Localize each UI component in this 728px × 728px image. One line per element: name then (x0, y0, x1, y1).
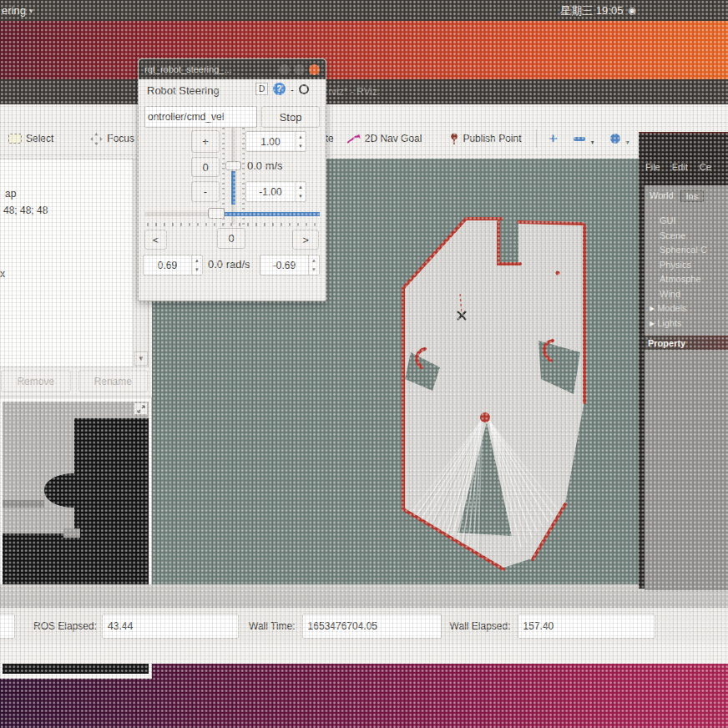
help-icon[interactable]: ? (273, 83, 286, 95)
spin-down-icon[interactable]: ▼ (309, 265, 319, 276)
close-button[interactable] (309, 64, 320, 75)
linear-min-spinbox[interactable]: -1.00 ▲▼ (245, 181, 306, 202)
wall-elapsed-label: Wall Elapsed: (450, 620, 511, 632)
spin-down-icon[interactable]: ▼ (192, 265, 202, 276)
slider-fill (216, 212, 320, 216)
spin-up-icon[interactable]: ▲ (296, 132, 306, 142)
spin-up-icon[interactable]: ▲ (192, 255, 202, 265)
publish-point-tool[interactable]: Publish Point (442, 126, 529, 151)
minimize-button[interactable] (279, 64, 290, 75)
displays-item-map[interactable]: ap (5, 188, 16, 200)
angular-zero-button[interactable]: 0 (217, 228, 245, 249)
ros-elapsed-value: 43.44 (108, 620, 133, 632)
publish-point-icon (450, 133, 458, 145)
linear-zero-button[interactable]: 0 (191, 157, 220, 177)
rviz-menubar[interactable] (0, 104, 728, 123)
tree-item-label: Models (657, 301, 686, 316)
panel-expand-button[interactable] (134, 402, 148, 415)
angular-velocity-slider[interactable] (144, 206, 320, 221)
tool-options-icon (610, 134, 620, 144)
tree-item-lights[interactable]: ▶Lights (650, 316, 707, 331)
displays-item-background-color[interactable]: 48; 48; 48 (3, 205, 48, 216)
tree-item-spherical-coordinates[interactable]: Spherical C (650, 243, 707, 258)
stop-button[interactable]: Stop (261, 106, 320, 128)
scroll-down-button[interactable]: ▼ (134, 351, 148, 366)
spin-up-icon[interactable]: ▲ (296, 182, 306, 192)
tool-options-button[interactable]: ▾ (602, 126, 637, 151)
spin-up-icon[interactable]: ▲ (309, 255, 319, 265)
linear-max-spinbox[interactable]: 1.00 ▲▼ (245, 131, 306, 152)
gazebo-menu-camera[interactable]: Ce (700, 162, 711, 172)
volume-icon[interactable]: ◉ (628, 5, 636, 16)
pose-estimate-label: te (326, 133, 334, 144)
wallpaper-gradient-top (0, 21, 728, 79)
linear-plus-button[interactable]: + (191, 130, 220, 153)
toolbar-separator (536, 129, 537, 148)
rename-display-button[interactable]: Rename (78, 370, 149, 392)
tree-item-label: Atmosphe (660, 272, 701, 287)
displays-item-x[interactable]: x (0, 268, 5, 280)
active-app-title[interactable]: ering (2, 4, 26, 17)
spinbox-arrows[interactable]: ▲▼ (191, 255, 202, 275)
spinbox-arrows[interactable]: ▲▼ (295, 132, 306, 151)
angular-min-spinbox[interactable]: -0.69 ▲▼ (260, 255, 320, 276)
tool-options-caret-icon: ▾ (625, 139, 629, 146)
spin-down-icon[interactable]: ▼ (296, 142, 306, 152)
nav-goal-tool[interactable]: 2D Nav Goal (337, 126, 431, 151)
slider-handle[interactable] (225, 161, 241, 170)
plugin-minimize-icon[interactable]: - (291, 84, 294, 96)
tab-insert[interactable]: Ins (680, 190, 705, 202)
focus-camera-icon (90, 133, 103, 145)
rviz-titlebar[interactable]: rviz* - RViz (0, 79, 728, 104)
linear-minus-button[interactable]: - (191, 181, 220, 202)
maximize-button[interactable] (294, 64, 305, 75)
time-panel: ROS Elapsed: 43.44 Wall Time: 1653476704… (0, 608, 728, 645)
spinbox-arrows[interactable]: ▲▼ (295, 182, 306, 201)
nav-goal-label: 2D Nav Goal (365, 133, 422, 144)
angular-right-button[interactable]: > (292, 230, 319, 250)
spinbox-arrows[interactable]: ▲▼ (308, 255, 319, 275)
angular-left-button[interactable]: < (144, 230, 167, 250)
plugin-d-icon[interactable]: D (255, 83, 268, 95)
tree-item-label: Wind (660, 287, 680, 302)
remove-display-button[interactable]: Remove (1, 370, 71, 392)
displays-buttons-row: Remove Rename (0, 368, 149, 394)
ros-elapsed-field[interactable]: 43.44 (102, 614, 239, 639)
rviz-window: rviz* - RViz Select Focus Cam te 2D Nav … (0, 79, 728, 664)
select-tool-label: Select (26, 133, 53, 144)
nav-goal-icon (346, 133, 361, 144)
tree-item-scene[interactable]: Scene (650, 229, 707, 244)
wall-time-label: Wall Time: (249, 620, 296, 632)
expand-arrow-icon[interactable]: ▶ (650, 316, 655, 331)
tree-item-models[interactable]: ▶Models (650, 301, 707, 316)
gazebo-menu-file[interactable]: File (645, 162, 660, 172)
property-header[interactable]: Property (645, 336, 728, 350)
desktop: rviz* - RViz Select Focus Cam te 2D Nav … (0, 0, 728, 728)
tree-item-wind[interactable]: Wind (650, 287, 707, 302)
expand-arrow-icon[interactable]: ▶ (650, 301, 655, 316)
clock[interactable]: 星期三 19:05 (560, 3, 623, 18)
remove-tool-button[interactable]: ▾ (565, 126, 602, 151)
tab-world[interactable]: World (650, 190, 674, 202)
plugin-close-icon[interactable] (299, 84, 309, 94)
expand-icon (137, 405, 145, 413)
topic-value: ontroller/cmd_vel (148, 111, 224, 123)
tree-item-physics[interactable]: Physics (650, 258, 707, 273)
angular-max-spinbox[interactable]: 0.69 ▲▼ (143, 255, 203, 276)
wall-elapsed-field[interactable]: 157.40 (518, 614, 655, 639)
remove-tool-caret-icon: ▾ (590, 139, 594, 146)
tree-item-gui[interactable]: GUI (650, 214, 707, 229)
spin-down-icon[interactable]: ▼ (296, 192, 306, 202)
steering-titlebar[interactable]: rqt_robot_steering_... (139, 59, 326, 79)
slider-handle[interactable] (208, 208, 225, 219)
spinbox-value: -0.69 (260, 255, 308, 275)
time-field-partial[interactable] (0, 614, 15, 639)
add-tool-button[interactable]: + (540, 126, 565, 151)
gazebo-menu-edit[interactable]: Edit (672, 162, 688, 172)
window-bottom-strip (0, 645, 728, 664)
linear-velocity-readout: 0.0 m/s (247, 159, 283, 172)
select-tool[interactable]: Select (0, 126, 62, 151)
wall-time-field[interactable]: 1653476704.05 (302, 614, 442, 639)
tree-item-atmosphere[interactable]: Atmosphe (650, 272, 707, 287)
topic-input[interactable]: ontroller/cmd_vel (144, 106, 257, 128)
